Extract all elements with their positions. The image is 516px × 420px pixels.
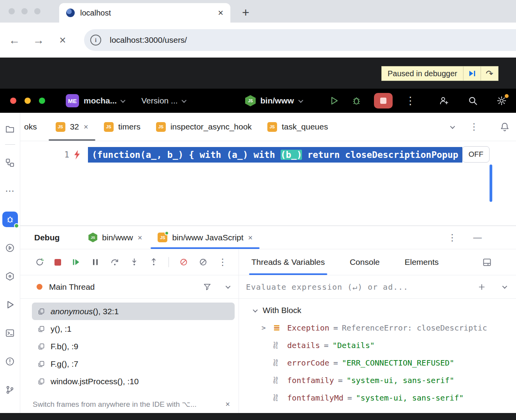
variable-row[interactable]: 10 01 fontfamilyMd = "system-ui, sans-se…: [239, 389, 516, 406]
project-logo[interactable]: ME: [66, 94, 79, 107]
debug-tab-bin-www-javascript[interactable]: JS bin/www JavaScript ×: [150, 226, 260, 249]
more-actions-button[interactable]: ⋮: [405, 96, 416, 106]
hide-panel-icon[interactable]: —: [473, 233, 482, 242]
filter-icon[interactable]: [203, 282, 212, 291]
eval-expand-chevron[interactable]: [502, 284, 507, 289]
tab-threads-variables[interactable]: Threads & Variables: [249, 249, 327, 275]
stop-loading-button[interactable]: ×: [51, 34, 75, 47]
frame-function: F.b: [51, 342, 61, 351]
ide-traffic-light-close[interactable]: [10, 98, 16, 104]
tab-console[interactable]: Console: [348, 249, 382, 275]
debugger-step-over-button[interactable]: ↷: [481, 66, 498, 81]
notifications-bell-icon[interactable]: [500, 122, 510, 132]
run-config-selector[interactable]: bin/www: [260, 96, 294, 105]
tab-close-icon[interactable]: ×: [138, 234, 142, 242]
browser-tab-title: localhost: [80, 9, 218, 18]
view-breakpoints-icon[interactable]: [179, 257, 188, 267]
run-button[interactable]: [329, 96, 339, 106]
back-button[interactable]: ←: [2, 34, 26, 47]
mute-breakpoints-icon[interactable]: [198, 257, 208, 267]
stack-frame-row[interactable]: y(), :1: [32, 320, 235, 338]
site-info-icon[interactable]: i: [90, 35, 101, 46]
stack-frame-row[interactable]: anonymous(), 32:1: [32, 303, 235, 320]
forward-button[interactable]: →: [26, 34, 51, 47]
editor-tab-inspector-async-hook[interactable]: JS inspector_async_hook: [148, 113, 260, 141]
add-watch-icon[interactable]: [477, 283, 486, 291]
debugger-resume-button[interactable]: [463, 66, 481, 81]
tabs-dropdown-icon[interactable]: [450, 124, 455, 129]
frame-function: F.g: [51, 359, 61, 368]
rerun-icon[interactable]: [35, 257, 44, 267]
variables-tree: With Block > Exception =: [239, 299, 516, 413]
thread-selector[interactable]: Main Thread: [20, 275, 239, 299]
thread-dropdown-chevron[interactable]: [226, 284, 231, 289]
stack-frame-row[interactable]: F.b(), :9: [32, 338, 235, 355]
ide-traffic-light-zoom[interactable]: [39, 98, 45, 104]
collapse-chevron-icon[interactable]: [253, 307, 258, 312]
structure-tool-icon[interactable]: [2, 155, 18, 170]
debug-tab-bin-www[interactable]: JS bin/www ×: [81, 226, 150, 249]
code-with-me-icon[interactable]: [439, 96, 449, 106]
tab-elements[interactable]: Elements: [402, 249, 441, 275]
settings-button[interactable]: [497, 96, 507, 106]
tab-close-icon[interactable]: ×: [218, 8, 223, 18]
editor-tab-partial[interactable]: oks: [20, 122, 48, 131]
search-icon[interactable]: [468, 96, 478, 106]
hint-text: Switch frames from anywhere in the IDE w…: [33, 400, 197, 409]
tabs-options-icon[interactable]: ⋮: [469, 122, 479, 131]
code-editor[interactable]: 1 (function(a_, b_) { with (a_) with (b_…: [20, 141, 516, 226]
hexagon-tool-icon[interactable]: [2, 268, 18, 284]
ide-traffic-light-minimize[interactable]: [25, 98, 31, 104]
step-out-icon[interactable]: [149, 257, 158, 267]
tab-close-icon[interactable]: ×: [248, 234, 253, 242]
stop-button[interactable]: [374, 93, 393, 108]
editor-tab-timers[interactable]: JS timers: [96, 113, 148, 141]
traffic-light-minimize[interactable]: [21, 8, 28, 14]
debug-button[interactable]: [351, 96, 362, 106]
editor-scrollbar-thumb[interactable]: [490, 164, 492, 202]
variable-row[interactable]: 10 01 fontfamily = "system-ui, sans-seri…: [239, 371, 516, 389]
evaluate-expression-input[interactable]: Evaluate expression (↵) or ad...: [239, 275, 516, 299]
step-into-icon[interactable]: [130, 257, 139, 267]
debug-options-icon[interactable]: ⋮: [448, 233, 457, 242]
variable-row[interactable]: > Exception = ReferenceError: closeDescr…: [239, 319, 516, 336]
run-configuration-widget[interactable]: JS bin/www: [245, 95, 302, 107]
vcs-branch-selector[interactable]: Version ...: [141, 96, 177, 105]
debug-toolbar-options-icon[interactable]: ⋮: [218, 257, 227, 267]
run-tool-icon[interactable]: [2, 297, 18, 312]
layout-settings-icon[interactable]: [482, 257, 492, 267]
execution-point-icon[interactable]: [69, 150, 85, 160]
editor-tab-32[interactable]: JS 32 ×: [48, 113, 96, 141]
version-control-tool-icon[interactable]: [2, 382, 18, 397]
debug-tool-icon[interactable]: [2, 212, 18, 227]
pause-icon[interactable]: [91, 257, 100, 267]
equals-sign: =: [324, 341, 328, 350]
editor-tab-task-queues[interactable]: JS task_queues: [260, 113, 336, 141]
traffic-light-close[interactable]: [9, 8, 15, 14]
more-tools-icon[interactable]: ⋯: [2, 183, 18, 199]
frame-location: (), :10: [118, 377, 139, 386]
hint-close-icon[interactable]: ×: [225, 400, 230, 408]
scope-row[interactable]: With Block: [239, 302, 516, 319]
problems-tool-icon[interactable]: [2, 354, 18, 369]
address-bar[interactable]: i localhost:3000/users/: [84, 29, 516, 51]
frame-location: (), :7: [61, 359, 78, 368]
stack-frame-row[interactable]: window.jstProcess(), :10: [32, 373, 235, 390]
services-tool-icon[interactable]: [2, 240, 18, 256]
traffic-light-zoom[interactable]: [34, 8, 40, 14]
project-selector[interactable]: mocha...: [84, 96, 117, 105]
frames-panel: Main Thread anonymous(), 32:1: [20, 275, 239, 413]
new-tab-button[interactable]: +: [242, 6, 249, 19]
off-badge[interactable]: OFF: [462, 146, 490, 163]
variable-row[interactable]: 10 01 errorCode = "ERR_CONNECTION_REFUSE…: [239, 354, 516, 371]
step-over-icon[interactable]: [110, 257, 119, 267]
expand-chevron-icon[interactable]: >: [262, 324, 273, 332]
stop-icon[interactable]: [54, 259, 61, 266]
resume-icon[interactable]: [71, 257, 81, 267]
browser-tab[interactable]: localhost ×: [59, 3, 230, 23]
stack-frame-row[interactable]: F.g(), :7: [32, 355, 235, 373]
variable-row[interactable]: 10 01 details = "Details": [239, 336, 516, 354]
tab-close-icon[interactable]: ×: [84, 123, 88, 131]
terminal-tool-icon[interactable]: [2, 325, 18, 341]
project-tool-icon[interactable]: [2, 121, 18, 137]
